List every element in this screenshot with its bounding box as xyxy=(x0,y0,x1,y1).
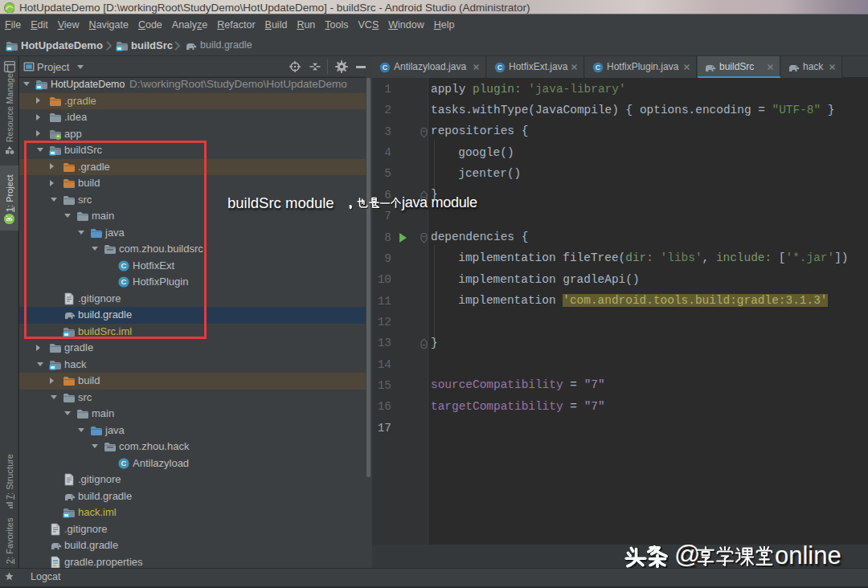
svg-text:C: C xyxy=(596,63,601,71)
svg-text:C: C xyxy=(121,459,127,468)
svg-text:C: C xyxy=(383,63,388,71)
svg-text:C: C xyxy=(497,63,503,71)
